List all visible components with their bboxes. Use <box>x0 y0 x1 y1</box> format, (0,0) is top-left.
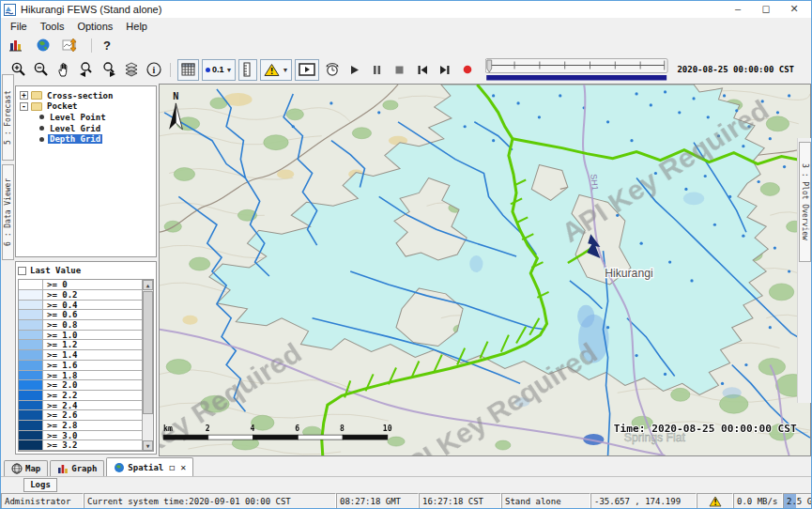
tree-node-level-grid[interactable]: Level Grid <box>16 123 156 134</box>
tree-node-depth-grid[interactable]: Depth Grid <box>16 133 156 145</box>
pan-hand-icon[interactable] <box>54 60 73 80</box>
legend-row[interactable]: >= 2.8 <box>19 421 142 431</box>
legend-color-swatch <box>19 340 43 349</box>
info-icon[interactable]: i <box>144 60 163 80</box>
legend-scrollbar[interactable]: ▲ ▼ <box>142 280 153 451</box>
legend-row[interactable]: >= 2.0 <box>19 380 142 391</box>
time-slider[interactable] <box>485 57 668 82</box>
maximize-button[interactable]: ◻ <box>752 1 780 18</box>
right-tab-strip: 3 : Plot Overview <box>797 138 811 403</box>
last-value-option[interactable]: Last Value <box>18 264 154 277</box>
minimize-button[interactable]: – <box>724 1 752 18</box>
last-value-checkbox[interactable] <box>18 267 26 275</box>
grid-display-button[interactable] <box>177 59 199 81</box>
tree-node-label: Cross-section <box>45 91 115 100</box>
pause-icon[interactable] <box>367 60 387 80</box>
document-tabs: Map Graph Spatial ◻ ✕ <box>1 456 193 476</box>
zoom-next-icon[interactable] <box>99 60 118 80</box>
tab-maximize-icon[interactable]: ◻ <box>169 462 175 472</box>
record-icon[interactable] <box>457 60 477 80</box>
tab-graph-label: Graph <box>71 464 97 473</box>
tab-spatial[interactable]: Spatial ◻ ✕ <box>106 457 193 476</box>
movie-player-button[interactable] <box>295 59 319 81</box>
tab-plot-overview[interactable]: 3 : Plot Overview <box>799 142 811 262</box>
bar-chart-display-icon[interactable] <box>6 36 25 55</box>
close-button[interactable]: ✕ <box>780 1 808 18</box>
globe-icon <box>11 463 23 474</box>
tab-close-icon[interactable]: ✕ <box>180 462 186 472</box>
legend-row[interactable]: >= 0.6 <box>19 310 142 320</box>
tab-forecast[interactable]: 5 : Forecast <box>2 74 14 161</box>
zoom-previous-icon[interactable] <box>76 60 96 80</box>
legend-row[interactable]: >= 1.6 <box>19 361 142 371</box>
legend-color-swatch <box>19 301 43 310</box>
legend-row-label: >= 2.4 <box>43 401 78 410</box>
globe-icon <box>114 462 125 473</box>
menu-file[interactable]: File <box>4 20 34 33</box>
legend-color-swatch <box>19 331 43 340</box>
collapse-icon[interactable]: - <box>20 102 28 111</box>
play-icon[interactable] <box>345 60 364 80</box>
tree-node-pocket[interactable]: - Pocket <box>16 101 156 113</box>
tree-node-cross-section[interactable]: + Cross-section <box>16 90 156 101</box>
logs-panel-bar: Logs <box>1 476 811 493</box>
scroll-down-icon[interactable]: ▼ <box>143 440 153 451</box>
legend-row[interactable]: >= 1.0 <box>19 331 142 341</box>
help-icon[interactable]: ? <box>103 39 111 53</box>
folder-icon <box>31 91 42 100</box>
legend-row[interactable]: >= 0.8 <box>19 320 142 331</box>
warning-triangle-icon: ! <box>709 496 722 507</box>
svg-text:6: 6 <box>295 424 299 433</box>
profile-chart-icon[interactable] <box>60 36 80 55</box>
tab-spatial-label: Spatial <box>128 463 163 472</box>
chevron-down-icon: ▼ <box>282 67 288 73</box>
legend-row[interactable]: >= 1.2 <box>19 340 142 350</box>
legend-row[interactable]: >= 0.2 <box>19 290 142 301</box>
tab-graph[interactable]: Graph <box>50 460 104 476</box>
globe-display-icon[interactable] <box>33 36 53 55</box>
timer-icon[interactable] <box>322 60 342 80</box>
window-title: Hikurangi FEWS (Stand alone) <box>21 4 161 15</box>
tree-node-level-point[interactable]: Level Point <box>16 112 156 123</box>
threshold-dropdown[interactable]: 0.1 ▼ <box>202 59 236 81</box>
legend-row[interactable]: >= 3.2 <box>19 440 142 451</box>
legend-row[interactable]: >= 2.6 <box>19 410 142 421</box>
step-back-icon[interactable] <box>412 60 432 80</box>
menu-tools[interactable]: Tools <box>34 20 71 33</box>
tab-data-viewer[interactable]: 6 : Data Viewer <box>2 164 14 260</box>
main-area: 5 : Forecast 6 : Data Viewer + Cross-sec… <box>1 84 811 456</box>
step-forward-icon[interactable] <box>435 60 454 80</box>
zoom-out-icon[interactable] <box>31 60 51 80</box>
tab-logs[interactable]: Logs <box>23 478 57 492</box>
title-bar[interactable]: Hikurangi FEWS (Stand alone) – ◻ ✕ <box>1 1 811 18</box>
warning-dropdown[interactable]: ! ▼ <box>260 59 292 81</box>
legend-color-swatch <box>19 290 43 300</box>
menu-help[interactable]: Help <box>119 20 154 33</box>
scale-ruler-button[interactable] <box>238 59 257 81</box>
expand-icon[interactable]: + <box>20 91 28 100</box>
main-toolbar: ? <box>1 35 811 55</box>
legend-color-swatch <box>19 410 43 420</box>
status-warning[interactable]: ! <box>697 493 733 509</box>
legend-row-label: >= 2.6 <box>43 410 78 420</box>
legend-row[interactable]: >= 0 <box>19 280 142 290</box>
threshold-value: 0.1 <box>212 65 224 74</box>
road-shield-label: SH1 <box>589 174 600 191</box>
threshold-dot-icon <box>206 68 210 72</box>
map-toolbar: i 0.1 ▼ ! ▼ 2020-08-25 00:00:00 CST <box>1 55 811 84</box>
stop-icon[interactable] <box>390 60 409 80</box>
map-viewport[interactable]: SH1 Hikurangi Springs Flat API Key Requi… <box>159 84 811 456</box>
legend-row[interactable]: >= 2.4 <box>19 401 142 411</box>
legend-row[interactable]: >= 1.4 <box>19 350 142 361</box>
scroll-thumb[interactable] <box>143 291 153 414</box>
layers-icon[interactable] <box>121 60 141 80</box>
legend-row[interactable]: >= 1.8 <box>19 371 142 381</box>
status-local-time: 16:27:18 CST <box>419 493 501 509</box>
legend-row[interactable]: >= 2.2 <box>19 391 142 401</box>
legend-row[interactable]: >= 0.4 <box>19 301 142 311</box>
menu-options[interactable]: Options <box>70 20 119 33</box>
tab-map[interactable]: Map <box>4 460 48 476</box>
tab-map-label: Map <box>25 464 40 473</box>
legend-row[interactable]: >= 3.0 <box>19 431 142 441</box>
scroll-up-icon[interactable]: ▲ <box>143 280 153 290</box>
